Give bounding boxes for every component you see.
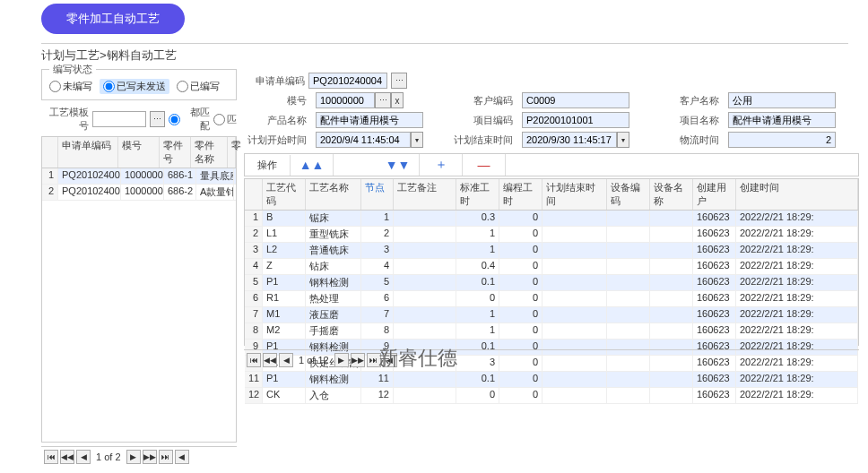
right-grid: 工艺代码 工艺名称 节点 工艺备注 标准工时 编程工时 计划结束时间 设备编码 … — [244, 178, 859, 346]
col-mold[interactable]: 模号 — [118, 137, 160, 168]
move-top-button[interactable]: ▲▲ — [291, 154, 334, 176]
mold-lookup[interactable]: ⋯ — [375, 92, 391, 108]
col-proc-name[interactable]: 工艺名称 — [306, 179, 361, 210]
remove-button[interactable]: — — [463, 154, 506, 176]
input-plan-start[interactable] — [316, 132, 411, 148]
col-plan-end[interactable]: 计划结束时间 — [542, 179, 607, 210]
col-user[interactable]: 创建用户 — [693, 179, 736, 210]
col-part-name[interactable]: 零件名称 — [191, 137, 228, 168]
toolbar-label: 操作 — [245, 155, 291, 176]
input-request-code[interactable] — [308, 73, 387, 89]
col-dev-name[interactable]: 设备名称 — [650, 179, 693, 210]
radio-unwritten[interactable]: 未编写 — [49, 80, 92, 93]
pager-prev[interactable]: ◀ — [279, 353, 293, 367]
input-proj-code[interactable] — [522, 112, 629, 128]
table-row[interactable]: 2PQ201024000410000000686-2A款量针 — [42, 185, 236, 201]
label-mold: 模号 — [244, 94, 307, 108]
pager-scroll-left[interactable]: ◀ — [383, 353, 397, 367]
pager-text: 1 of 12 — [295, 355, 333, 366]
breadcrumb: 计划与工艺>钢料自动工艺 — [41, 43, 848, 64]
pager-next[interactable]: ▶ — [334, 353, 349, 367]
col-node[interactable]: 节点 — [361, 179, 394, 210]
col-part-no[interactable]: 零件号 — [160, 137, 191, 168]
table-row[interactable]: 11P1钢料检测110.101606232022/2/21 18:29: — [245, 372, 858, 388]
toolbar: 操作 ▲▲ ▼▼ ＋ — — [244, 153, 859, 176]
pager-next[interactable]: ▶ — [126, 450, 141, 464]
pager-last[interactable]: ⏭ — [159, 450, 173, 464]
table-row[interactable]: 5P1钢料检测50.101606232022/2/21 18:29: — [245, 275, 858, 291]
label-plan-end: 计划结束时间 — [450, 133, 513, 147]
input-mold[interactable] — [316, 92, 375, 108]
status-panel: 编写状态 未编写 已写未发送 已编写 — [41, 69, 237, 100]
label-plan-start: 计划开始时间 — [244, 133, 307, 147]
label-cust-name: 客户名称 — [656, 94, 719, 108]
pager-text: 1 of 2 — [92, 452, 125, 462]
col-std-hours[interactable]: 标准工时 — [456, 179, 499, 210]
radio-match-other[interactable]: 匹 — [213, 113, 237, 126]
request-code-lookup[interactable]: ⋯ — [391, 73, 407, 89]
pager-next-page[interactable]: ▶▶ — [351, 353, 365, 367]
input-cust-name[interactable] — [728, 92, 836, 108]
plan-end-dropdown[interactable]: ▾ — [617, 132, 629, 148]
table-row[interactable]: 8M2手摇磨8101606232022/2/21 18:29: — [245, 323, 858, 340]
move-down-button[interactable]: ▼▼ — [377, 154, 420, 176]
col-dev-code[interactable]: 设备编码 — [607, 179, 650, 210]
label-cust-code: 客户编码 — [450, 94, 513, 108]
pager-scroll-left[interactable]: ◀ — [175, 450, 189, 464]
left-pager: ⏮ ◀◀ ◀ 1 of 2 ▶ ▶▶ ⏭ ◀ — [41, 446, 237, 467]
table-row[interactable]: 3L2普通铣床3101606232022/2/21 18:29: — [245, 243, 858, 259]
input-logistics[interactable] — [728, 132, 836, 148]
mold-clear[interactable]: x — [391, 92, 404, 108]
pager-prev[interactable]: ◀ — [76, 450, 91, 464]
radio-written-unsent[interactable]: 已写未发送 — [100, 79, 169, 94]
label-request-code: 申请单编码 — [244, 74, 305, 88]
table-row[interactable]: 1B锯床10.301606232022/2/21 18:29: — [245, 211, 858, 227]
table-row[interactable]: 12CK入仓12001606232022/2/21 18:29: — [245, 388, 858, 404]
table-row[interactable]: 4Z钻床40.401606232022/2/21 18:29: — [245, 259, 858, 275]
col-remark[interactable]: 工艺备注 — [394, 179, 456, 210]
input-plan-end[interactable] — [522, 132, 617, 148]
pager-last[interactable]: ⏭ — [367, 353, 381, 367]
template-input[interactable] — [92, 111, 146, 127]
plan-start-dropdown[interactable]: ▾ — [411, 132, 423, 148]
label-logistics: 物流时间 — [656, 133, 719, 147]
pager-prev-page[interactable]: ◀◀ — [263, 353, 277, 367]
add-button[interactable]: ＋ — [420, 154, 463, 176]
radio-match-all[interactable]: 都匹配 — [169, 106, 210, 133]
col-proc-code[interactable]: 工艺代码 — [263, 179, 306, 210]
table-row[interactable]: 7M1液压磨7101606232022/2/21 18:29: — [245, 307, 858, 323]
col-time[interactable]: 创建时间 — [736, 179, 858, 210]
template-label: 工艺模板号 — [41, 106, 89, 133]
input-proj-name[interactable] — [728, 112, 836, 128]
left-grid: 申请单编码 模号 零件号 零件名称 零 1PQ20102400041000000… — [41, 136, 237, 443]
top-nav-button[interactable]: 零件加工自动工艺 — [41, 4, 185, 34]
input-prod-name[interactable] — [316, 112, 423, 128]
pager-first[interactable]: ⏮ — [44, 450, 58, 464]
col-prog-hours[interactable]: 编程工时 — [499, 179, 542, 210]
radio-written[interactable]: 已编写 — [177, 80, 220, 93]
table-row[interactable]: 1PQ201024000410000000686-1量具底座 — [42, 168, 236, 185]
pager-next-page[interactable]: ▶▶ — [143, 450, 157, 464]
table-row[interactable]: 6R1热处理6001606232022/2/21 18:29: — [245, 291, 858, 307]
table-row[interactable]: 2L1重型铣床2101606232022/2/21 18:29: — [245, 227, 858, 243]
right-pager: ⏮ ◀◀ ◀ 1 of 12 ▶ ▶▶ ⏭ ◀ 新睿仕德 — [244, 349, 859, 370]
col-request-code[interactable]: 申请单编码 — [58, 137, 118, 168]
input-cust-code[interactable] — [522, 92, 629, 108]
label-proj-name: 项目名称 — [656, 114, 719, 127]
pager-prev-page[interactable]: ◀◀ — [60, 450, 74, 464]
label-prod-name: 产品名称 — [244, 114, 307, 127]
template-lookup-button[interactable]: ⋯ — [150, 111, 165, 127]
status-panel-title: 编写状态 — [49, 63, 96, 76]
pager-first[interactable]: ⏮ — [247, 353, 261, 367]
label-proj-code: 项目编码 — [450, 114, 513, 127]
